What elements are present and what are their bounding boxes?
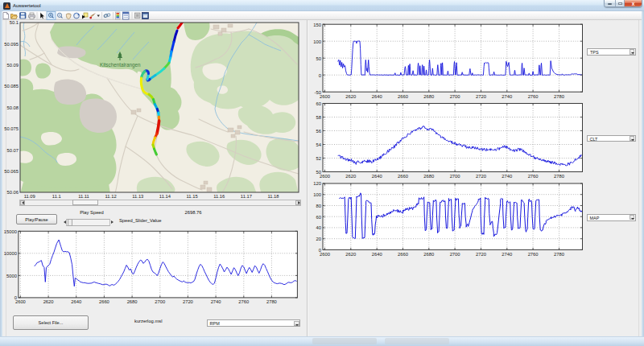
svg-text:2620: 2620	[345, 174, 356, 179]
svg-text:0: 0	[319, 73, 321, 78]
svg-text:2640: 2640	[372, 174, 382, 179]
svg-text:2660: 2660	[398, 174, 408, 179]
svg-text:100: 100	[313, 192, 321, 197]
svg-text:11.14: 11.14	[159, 194, 171, 199]
svg-text:56: 56	[316, 129, 321, 134]
svg-text:11.18: 11.18	[267, 194, 279, 199]
svg-text:54: 54	[316, 142, 322, 147]
svg-text:2640: 2640	[71, 299, 81, 304]
svg-text:2600: 2600	[320, 94, 330, 99]
svg-text:2740: 2740	[502, 252, 512, 257]
svg-text:11.1: 11.1	[52, 194, 61, 199]
svg-text:80: 80	[316, 204, 321, 208]
svg-text:2600: 2600	[320, 174, 330, 179]
svg-text:2740: 2740	[502, 94, 512, 99]
svg-text:Kitschentalrangen: Kitschentalrangen	[100, 62, 141, 68]
svg-text:2760: 2760	[528, 174, 539, 179]
svg-text:60: 60	[316, 215, 321, 220]
svg-text:52: 52	[316, 156, 321, 161]
svg-text:2740: 2740	[502, 174, 512, 179]
svg-text:2680: 2680	[423, 174, 434, 179]
svg-text:2720: 2720	[476, 94, 486, 99]
svg-text:120: 120	[313, 181, 321, 186]
svg-text:2700: 2700	[450, 252, 460, 257]
svg-text:50.1: 50.1	[10, 20, 19, 25]
svg-text:15000: 15000	[4, 229, 17, 234]
svg-text:2780: 2780	[266, 299, 277, 304]
svg-text:2720: 2720	[476, 252, 486, 257]
svg-text:2600: 2600	[15, 299, 26, 304]
svg-text:2680: 2680	[423, 252, 434, 257]
svg-text:2700: 2700	[155, 299, 165, 304]
svg-text:2640: 2640	[372, 94, 382, 99]
svg-text:2780: 2780	[554, 94, 564, 99]
svg-text:2620: 2620	[43, 299, 54, 304]
svg-text:60: 60	[316, 101, 321, 106]
svg-text:2640: 2640	[372, 252, 382, 257]
svg-text:20: 20	[316, 237, 321, 241]
svg-text:50.095: 50.095	[4, 42, 19, 47]
svg-text:11.09: 11.09	[24, 194, 35, 199]
svg-text:58: 58	[316, 115, 321, 120]
svg-text:2760: 2760	[528, 252, 539, 257]
svg-text:50.08: 50.08	[6, 105, 19, 110]
svg-text:11.13: 11.13	[132, 194, 143, 199]
svg-text:2720: 2720	[476, 174, 486, 179]
svg-text:50: 50	[316, 56, 321, 61]
svg-text:50.06: 50.06	[6, 190, 19, 195]
svg-text:50.085: 50.085	[4, 84, 19, 89]
svg-text:2660: 2660	[398, 94, 408, 99]
svg-text:2620: 2620	[345, 94, 356, 99]
svg-text:2700: 2700	[450, 174, 460, 179]
svg-text:50.075: 50.075	[4, 126, 19, 131]
svg-text:2760: 2760	[528, 94, 539, 99]
svg-text:2780: 2780	[554, 252, 564, 257]
svg-text:11.16: 11.16	[213, 194, 225, 199]
svg-text:50.09: 50.09	[6, 63, 19, 68]
svg-text:2680: 2680	[127, 299, 138, 304]
svg-text:150: 150	[313, 23, 321, 27]
svg-text:2740: 2740	[211, 299, 221, 304]
svg-text:2620: 2620	[345, 252, 356, 257]
svg-text:11.11: 11.11	[78, 194, 89, 199]
svg-text:11.12: 11.12	[105, 194, 117, 199]
svg-text:50.065: 50.065	[4, 169, 19, 174]
svg-text:50.07: 50.07	[6, 148, 19, 153]
svg-text:11.17: 11.17	[241, 194, 252, 199]
svg-text:11.15: 11.15	[187, 194, 198, 199]
svg-text:2760: 2760	[238, 299, 249, 304]
svg-text:2660: 2660	[99, 299, 109, 304]
svg-text:40: 40	[316, 225, 321, 230]
svg-text:2700: 2700	[450, 94, 460, 99]
svg-text:2720: 2720	[183, 299, 193, 304]
svg-text:2780: 2780	[554, 174, 564, 179]
svg-text:2680: 2680	[423, 94, 434, 99]
svg-text:10000: 10000	[4, 251, 17, 256]
svg-text:2600: 2600	[320, 252, 330, 257]
svg-text:100: 100	[313, 39, 321, 44]
svg-text:2660: 2660	[398, 252, 408, 257]
svg-text:5000: 5000	[6, 274, 17, 278]
